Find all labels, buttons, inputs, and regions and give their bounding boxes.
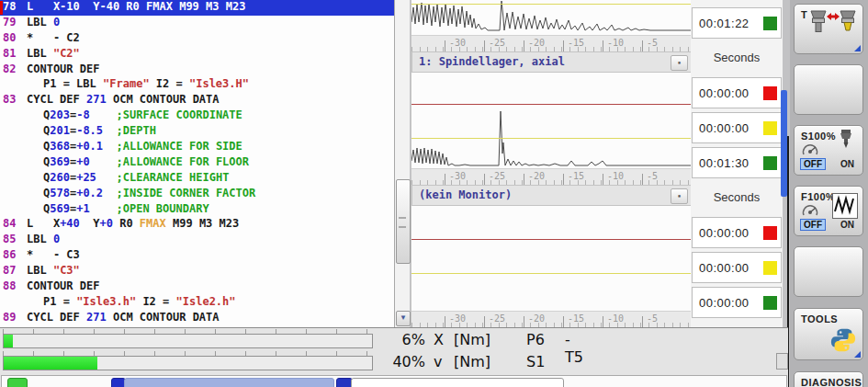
diagnosis-softkey[interactable]: DIAGNOSIS	[794, 371, 863, 387]
axis-major-tick	[484, 174, 485, 185]
spindle-override-softkey[interactable]: S100% OFF ON	[794, 125, 863, 176]
line-number: 83	[0, 93, 27, 108]
axis-major-tick	[445, 40, 445, 51]
timer-row: 00:00:00	[692, 77, 782, 108]
axis-major-tick	[563, 174, 564, 185]
code-line[interactable]: Q260=+25 ;CLEARANCE HEIGHT	[0, 171, 394, 187]
x-load-percent: 6%	[379, 331, 425, 348]
axis-major-tick	[642, 316, 643, 327]
code-line[interactable]: 86* - C3	[0, 248, 394, 264]
axis-major-tick	[445, 174, 445, 185]
code-line[interactable]: Q201=-8.5 ;DEPTH	[0, 124, 394, 140]
status-bar: 6% X [Nm] P6 -T5 40% v [Nm] S1	[0, 327, 788, 387]
more-options-triangle-icon	[854, 45, 861, 51]
axis-tick-label: -5	[647, 313, 658, 324]
axis-tick-label: -10	[607, 313, 624, 324]
panel-scroll-indicator[interactable]	[781, 90, 787, 197]
yellow-limit-line	[411, 138, 692, 139]
v-unit-label: [Nm]	[454, 353, 490, 370]
v-load-progressbar	[3, 356, 373, 370]
code-line[interactable]: 85LBL 0	[0, 233, 394, 248]
chart-mid-plot	[411, 73, 692, 168]
v-field-s1: S1	[526, 353, 545, 370]
empty-softkey-1[interactable]	[794, 64, 863, 115]
timer-row: 00:00:00	[692, 287, 782, 318]
chart-top-plot	[411, 0, 692, 35]
line-number	[0, 295, 27, 311]
timer-value: 00:01:30	[699, 156, 763, 170]
line-content: CONTOUR DEF	[27, 279, 99, 295]
status-red-square	[763, 86, 777, 100]
python-icon	[829, 326, 857, 354]
line-content: LBL "C2"	[27, 47, 80, 63]
feed-off-toggle[interactable]: OFF	[800, 219, 826, 231]
code-line[interactable]: 80* - C2	[0, 31, 394, 47]
scrollbar-thumb[interactable]	[396, 179, 411, 264]
code-scrollbar[interactable]: ▼	[394, 0, 410, 327]
code-line[interactable]: P1 = LBL "Frame" I2 = "Isle3.H"	[0, 77, 394, 93]
code-line[interactable]: 83CYCL DEF 271 OCM CONTOUR DATA	[0, 93, 394, 108]
axis-tick-label: -5	[647, 38, 658, 48]
axis-tick-label: -15	[568, 38, 584, 48]
line-content: * - C2	[27, 31, 80, 47]
line-content: Q203=-8 ;SURFACE COORDINATE	[27, 108, 242, 124]
v-load-fill	[4, 357, 97, 370]
axis-major-tick	[484, 40, 485, 51]
code-line[interactable]: Q569=+1 ;OPEN BOUNDARY	[0, 202, 394, 218]
x-load-progressbar	[3, 334, 373, 348]
code-line[interactable]: Q368=+0.1 ;ALLOWANCE FOR SIDE	[0, 140, 394, 155]
monitor-header-label: (kein Monitor)	[419, 188, 512, 201]
code-line[interactable]: 81LBL "C2"	[0, 47, 394, 63]
feed-override-softkey[interactable]: F100% OFF ON	[794, 186, 863, 236]
code-line[interactable]: 88CONTOUR DEF	[0, 279, 394, 295]
empty-softkey-2[interactable]	[794, 246, 863, 297]
code-line[interactable]: Q578=+0.2 ;INSIDE CORNER FACTOR	[0, 187, 394, 202]
spindle-on-label: ON	[840, 159, 854, 169]
monitor-header-button[interactable]: ▪	[671, 188, 688, 204]
code-line[interactable]: Q369=+0 ;ALLOWANCE FOR FLOOR	[0, 155, 394, 171]
nc-program-panel[interactable]: 78L X-10 Y-40 R0 FMAX M99 M3 M2379LBL 08…	[0, 0, 395, 327]
axis-tick-label: -10	[607, 171, 624, 181]
axis-tick-label: -25	[489, 313, 505, 324]
timeline-segment	[7, 378, 28, 387]
spindle-off-toggle[interactable]: OFF	[800, 158, 826, 170]
code-line[interactable]: 87LBL "C3"	[0, 264, 394, 279]
yellow-limit-line	[411, 4, 692, 5]
chart-mid-waveform	[411, 73, 692, 168]
tool-change-softkey[interactable]: T	[794, 4, 863, 54]
statusbar-corner-widget[interactable]	[776, 353, 788, 370]
code-line[interactable]: P1 = "Isle3.h" I2 = "Isle2.h"	[0, 295, 394, 311]
code-line[interactable]: 89CYCL DEF 271 OCM CONTOUR DATA	[0, 311, 394, 326]
tools-softkey[interactable]: TOOLS	[794, 308, 863, 360]
line-content: Q201=-8.5 ;DEPTH	[27, 124, 156, 140]
line-content: CYCL DEF 271 OCM CONTOUR DATA	[27, 311, 220, 326]
x-field-tool: -T5	[565, 331, 583, 366]
code-line[interactable]: 84L X+40 Y+0 R0 FMAX M99 M3 M23	[0, 217, 394, 233]
execution-marker	[0, 1, 3, 15]
timer-group-header: Seconds	[691, 182, 783, 213]
line-content: Q569=+1 ;OPEN BOUNDARY	[27, 202, 209, 218]
axis-tick-label: -15	[568, 171, 584, 181]
line-content: L X-10 Y-40 R0 FMAX M99 M3 M23	[27, 0, 245, 16]
softkey-strip: T S100%	[790, 0, 868, 387]
code-line[interactable]: Q203=-8 ;SURFACE COORDINATE	[0, 108, 394, 124]
code-line[interactable]: 79LBL 0	[0, 16, 394, 31]
v-load-percent: 40%	[379, 353, 425, 370]
code-line[interactable]: 78L X-10 Y-40 R0 FMAX M99 M3 M23	[0, 0, 394, 16]
axis-tick-label: -20	[528, 171, 545, 181]
x-field-p6: P6	[526, 331, 545, 348]
line-number: 79	[0, 16, 27, 31]
line-number	[0, 171, 27, 187]
axis-tick-label: -30	[449, 38, 466, 48]
code-line[interactable]: 82CONTOUR DEF	[0, 63, 394, 78]
feed-override-label: F100%	[801, 191, 835, 202]
scrollbar-down-arrow-icon[interactable]: ▼	[396, 311, 411, 326]
line-number: 87	[0, 264, 27, 279]
axis-major-tick	[563, 40, 564, 51]
v-axis-letter: v	[434, 353, 442, 370]
chart-mid-axis: -30-25-20-15-10-5	[411, 168, 692, 185]
status-yellow-square	[763, 261, 777, 275]
monitor-header-button[interactable]: ▪	[671, 55, 688, 71]
axis-tick-label: -25	[489, 171, 505, 181]
timer-value: 00:00:00	[699, 121, 763, 135]
